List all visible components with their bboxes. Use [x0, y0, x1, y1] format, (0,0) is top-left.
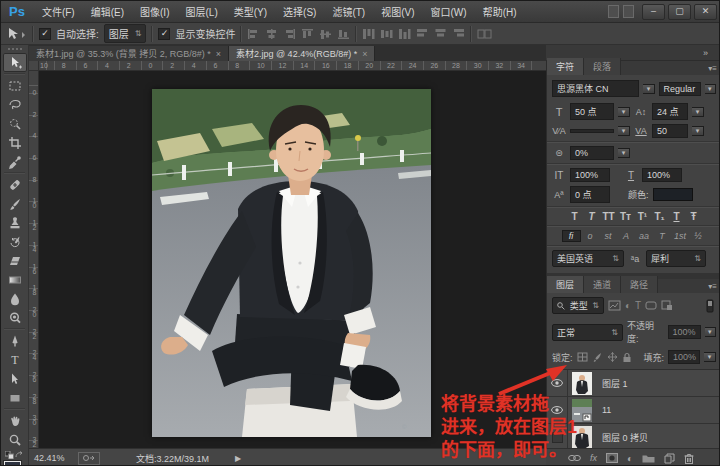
lasso-tool[interactable]: [3, 95, 27, 114]
3d-mode-icon[interactable]: [477, 28, 493, 40]
font-size-input[interactable]: 50 点: [570, 103, 614, 120]
eraser-tool[interactable]: [3, 251, 27, 270]
quick-selection-tool[interactable]: [3, 114, 27, 133]
pen-tool[interactable]: [3, 331, 27, 350]
lock-position-icon[interactable]: [607, 352, 618, 362]
status-menu-arrow-icon[interactable]: ▶: [235, 454, 241, 463]
filter-type-select[interactable]: 类型⇅: [552, 297, 604, 314]
align-top-icon[interactable]: [301, 28, 314, 40]
maximize-button[interactable]: ▢: [668, 4, 691, 20]
clone-stamp-tool[interactable]: [3, 213, 27, 232]
opentype-button[interactable]: T: [654, 231, 671, 241]
menu-item[interactable]: 文件(F): [35, 1, 82, 22]
document-image[interactable]: ©: [152, 89, 431, 437]
antialias-select[interactable]: 犀利⇅: [646, 250, 706, 267]
menu-item[interactable]: 选择(S): [276, 1, 323, 22]
menu-item[interactable]: 帮助(H): [476, 1, 524, 22]
menu-item[interactable]: 视图(V): [374, 1, 421, 22]
history-brush-tool[interactable]: [3, 232, 27, 251]
tab-channels[interactable]: 通道: [584, 276, 621, 293]
font-family-select[interactable]: 思源黑体 CN: [552, 80, 639, 97]
tab-paragraph[interactable]: 段落: [584, 58, 621, 75]
tab-paths[interactable]: 路径: [621, 276, 658, 293]
language-select[interactable]: 美国英语⇅: [552, 250, 624, 267]
menu-item[interactable]: 窗口(W): [424, 1, 474, 22]
path-selection-tool[interactable]: [3, 369, 27, 388]
align-right-icon[interactable]: [283, 28, 296, 40]
auto-select-checkbox[interactable]: ✓: [39, 28, 51, 40]
tsume-input[interactable]: 0%: [570, 146, 614, 160]
dropdown-icon[interactable]: ▾: [618, 107, 630, 117]
text-style-button[interactable]: T¹: [634, 211, 651, 222]
opentype-button[interactable]: aa: [636, 231, 653, 241]
align-center-h-icon[interactable]: [265, 28, 278, 40]
text-style-button[interactable]: Ŧ: [685, 211, 702, 222]
minimize-button[interactable]: –: [642, 4, 665, 20]
menu-item[interactable]: 编辑(E): [84, 1, 131, 22]
panel-grip[interactable]: [1, 45, 28, 53]
filter-shape-icon[interactable]: [645, 300, 657, 311]
dropdown-icon[interactable]: ▾: [705, 327, 716, 337]
opentype-button[interactable]: st: [600, 231, 617, 241]
baseline-input[interactable]: 0 点: [570, 186, 610, 203]
leading-input[interactable]: 24 点: [652, 103, 688, 120]
text-style-button[interactable]: T: [668, 211, 685, 222]
text-style-button[interactable]: T: [566, 211, 583, 222]
dropdown-icon[interactable]: ▾: [705, 84, 716, 94]
distribute-bottom-icon[interactable]: [398, 28, 411, 40]
layer-name[interactable]: 图层 1: [602, 377, 628, 390]
filter-pixel-layers-icon[interactable]: [608, 300, 621, 311]
kerning-input[interactable]: [570, 129, 614, 133]
workspace-icon[interactable]: [623, 5, 634, 18]
fill-input[interactable]: 100%: [668, 350, 700, 364]
close-button[interactable]: ✕: [694, 4, 717, 20]
dropdown-icon[interactable]: ▾: [618, 126, 630, 136]
font-style-select[interactable]: Regular: [659, 82, 701, 96]
horizontal-scale-input[interactable]: 100%: [642, 168, 682, 182]
tab-close-icon[interactable]: ×: [216, 49, 221, 59]
text-color-swatch[interactable]: [653, 188, 693, 201]
tab-layers[interactable]: 图层: [547, 276, 584, 293]
move-tool-preset-icon[interactable]: [5, 27, 27, 41]
align-left-icon[interactable]: [247, 28, 260, 40]
dropdown-icon[interactable]: ▾: [618, 148, 630, 158]
menu-item[interactable]: 类型(Y): [227, 1, 274, 22]
tab-character[interactable]: 字符: [547, 58, 584, 75]
foreground-color[interactable]: [4, 461, 21, 466]
eyedropper-tool[interactable]: [3, 152, 27, 171]
dropdown-icon[interactable]: ▾: [692, 126, 704, 136]
align-middle-icon[interactable]: [319, 28, 332, 40]
distribute-left-icon[interactable]: [416, 28, 429, 40]
document-tab[interactable]: 素材1.jpg @ 35.3% (背景 拷贝 2, RGB/8#) *×: [29, 46, 229, 61]
menu-item[interactable]: 图层(L): [178, 1, 224, 22]
menu-item[interactable]: 滤镜(T): [325, 1, 372, 22]
healing-brush-tool[interactable]: [3, 175, 27, 194]
vertical-scale-input[interactable]: 100%: [570, 168, 610, 182]
default-colors-icon[interactable]: [5, 451, 14, 459]
opentype-button[interactable]: 1st: [672, 231, 689, 241]
type-tool[interactable]: T: [3, 350, 27, 369]
text-style-button[interactable]: Tᴛ: [617, 211, 634, 222]
tab-close-icon[interactable]: ×: [362, 49, 367, 59]
distribute-right-icon[interactable]: [452, 28, 465, 40]
opentype-button[interactable]: ½: [690, 231, 707, 241]
lock-all-icon[interactable]: [622, 352, 632, 363]
text-style-button[interactable]: T₁: [651, 211, 668, 222]
opentype-button[interactable]: fi: [562, 230, 581, 242]
filter-adjustment-icon[interactable]: ◐: [625, 300, 631, 311]
filter-type-icon[interactable]: T: [635, 300, 641, 311]
brush-tool[interactable]: [3, 194, 27, 213]
dropdown-icon[interactable]: ▾: [643, 84, 654, 94]
swap-colors-icon[interactable]: [15, 451, 24, 459]
panel-menu-icon[interactable]: ▾≡: [708, 282, 717, 291]
menu-item[interactable]: 图像(I): [133, 1, 176, 22]
align-bottom-icon[interactable]: [337, 28, 350, 40]
dodge-tool[interactable]: [3, 308, 27, 327]
auto-select-dropdown[interactable]: 图层⇅: [104, 24, 147, 43]
gradient-tool[interactable]: [3, 270, 27, 289]
lock-paint-icon[interactable]: [592, 352, 603, 362]
zoom-tool[interactable]: [3, 430, 27, 449]
collapse-dock-icon[interactable]: »: [703, 48, 707, 58]
filter-smart-object-icon[interactable]: [661, 300, 673, 311]
distribute-top-icon[interactable]: [362, 28, 375, 40]
